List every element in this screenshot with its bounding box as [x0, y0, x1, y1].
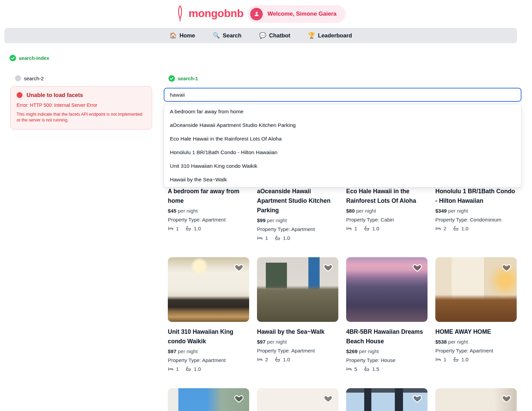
price-amount: $97 [168, 348, 176, 354]
price-unit: per night [267, 217, 287, 223]
listing-property-type: Property Type: Apartment [257, 348, 338, 354]
check-circle-icon [168, 75, 175, 82]
nav-item-search[interactable]: 🔍 Search [213, 32, 241, 39]
listing-photo [168, 388, 249, 411]
favorite-button[interactable] [412, 262, 423, 273]
beds-count: 2 [265, 357, 268, 362]
bed-icon [346, 226, 352, 231]
heart-icon [233, 393, 244, 404]
property-type-prefix: Property Type: [168, 217, 201, 223]
search-2-status: search-2 [15, 75, 44, 81]
listing-title: Unit 310 Hawaiian King condo Waikik [168, 327, 249, 346]
bath-icon [453, 226, 459, 231]
brand-logo[interactable]: mongobnb [175, 5, 243, 22]
welcome-message: Welcome, Simone Gaiera [268, 11, 337, 17]
listing-property-type: Property Type: Apartment [257, 226, 338, 232]
favorite-button[interactable] [323, 262, 334, 273]
listing-card[interactable]: Unit 310 Hawaiian King condo Waikik $97 … [168, 257, 249, 372]
favorite-button[interactable] [501, 262, 512, 273]
suggestion-item[interactable]: Eco Hale Hawaii in the Rainforest Lots O… [164, 132, 521, 146]
heart-icon [412, 393, 423, 404]
listing-card[interactable] [435, 388, 517, 411]
nav-item-home[interactable]: 🏠 Home [170, 32, 195, 39]
bed-icon [346, 366, 352, 372]
bed-icon [168, 366, 174, 372]
price-unit: per night [448, 208, 468, 214]
bath-icon [186, 366, 191, 372]
baths-count: 1.0 [194, 226, 201, 231]
price-unit: per night [267, 339, 287, 345]
listing-meta: 1 1.0 [168, 226, 249, 231]
search-input[interactable] [164, 88, 521, 102]
beds-count: 1 [444, 357, 446, 362]
price-unit: per night [356, 208, 376, 214]
listing-property-type: Property Type: Cabin [346, 217, 428, 223]
listing-photo [168, 257, 249, 322]
error-dot-icon [17, 92, 22, 98]
listing-title: HOME AWAY HOME [435, 327, 517, 336]
trophy-icon: 🏆 [308, 33, 315, 38]
brand-name: mongobnb [189, 7, 243, 20]
welcome-badge: Welcome, Simone Gaiera [247, 5, 345, 23]
search-1-label: search-1 [178, 76, 198, 81]
property-type-prefix: Property Type: [346, 357, 379, 363]
baths-count: 1.0 [372, 226, 379, 231]
listing-property-type: Property Type: Apartment [168, 217, 249, 223]
listing-title: A bedroom far away from home [168, 186, 249, 206]
listing-card[interactable] [346, 388, 428, 411]
favorite-button[interactable] [233, 393, 244, 404]
search-2-label: search-2 [24, 76, 44, 81]
favorite-button[interactable] [323, 393, 334, 404]
listing-photo [346, 257, 428, 322]
search-icon: 🔍 [213, 33, 220, 38]
beds-count: 2 [444, 226, 446, 231]
listing-title: 4BR-5BR Hawaiian Dreams Beach House [346, 327, 428, 346]
facets-error-title: Unable to load facets [27, 92, 83, 98]
property-type-prefix: Property Type: [435, 348, 468, 354]
listing-photo [257, 257, 338, 322]
property-type-value: Apartment [470, 348, 493, 354]
favorite-button[interactable] [501, 393, 512, 404]
search-1-status: search-1 [168, 75, 198, 82]
listing-price: $97 per night [168, 348, 249, 354]
check-circle-icon [10, 55, 16, 61]
heart-icon [323, 393, 334, 404]
nav-label-home: Home [179, 32, 195, 39]
nav-item-chatbot[interactable]: 💬 Chatbot [259, 32, 290, 39]
price-amount: $538 [435, 339, 447, 345]
listing-card[interactable]: Hawaii by the Sea~Walk $97 per night Pro… [257, 257, 338, 372]
listing-card[interactable] [168, 388, 249, 411]
listing-card[interactable] [257, 388, 338, 411]
price-amount: $269 [346, 348, 357, 354]
listing-property-type: Property Type: Apartment [435, 348, 517, 354]
bath-icon [364, 366, 370, 372]
listing-price: $97 per night [257, 339, 338, 345]
listing-meta: 1 1.0 [257, 235, 338, 241]
listing-title: Honolulu 1 BR/1Bath Condo - Hilton Hawai… [435, 186, 517, 206]
nav-label-chatbot: Chatbot [269, 32, 290, 39]
suggestion-item[interactable]: Unit 310 Hawaiian King condo Waikik [164, 159, 521, 173]
baths-count: 1.5 [372, 366, 379, 372]
suggestion-item[interactable]: aOceanside Hawaii Apartment Studio Kitch… [164, 118, 521, 132]
bath-icon [186, 226, 191, 231]
listing-price: $349 per night [435, 208, 517, 214]
nav-item-leaderboard[interactable]: 🏆 Leaderboard [308, 32, 352, 39]
avatar [250, 8, 263, 20]
bed-icon [168, 226, 174, 231]
baths-count: 1.0 [461, 226, 468, 231]
suggestion-item[interactable]: A bedroom far away from home [164, 105, 521, 118]
listing-property-type: Property Type: Apartment [168, 357, 249, 363]
listing-card[interactable]: HOME AWAY HOME $538 per night Property T… [435, 257, 517, 372]
listing-card[interactable]: 4BR-5BR Hawaiian Dreams Beach House $269… [346, 257, 428, 372]
property-type-value: Apartment [202, 217, 226, 223]
app-header: mongobnb Welcome, Simone Gaiera [0, 0, 532, 28]
suggestion-item[interactable]: Honolulu 1 BR/1Bath Condo - Hilton Hawai… [164, 146, 521, 159]
suggestion-item[interactable]: Hawaii by the Sea~Walk [164, 173, 521, 186]
favorite-button[interactable] [412, 393, 423, 404]
favorite-button[interactable] [233, 262, 244, 273]
autocomplete-dropdown: A bedroom far away from home aOceanside … [164, 104, 521, 187]
bed-icon [257, 235, 263, 241]
user-icon [253, 11, 260, 17]
bath-icon [453, 357, 459, 362]
listing-price: $99 per night [257, 217, 338, 223]
